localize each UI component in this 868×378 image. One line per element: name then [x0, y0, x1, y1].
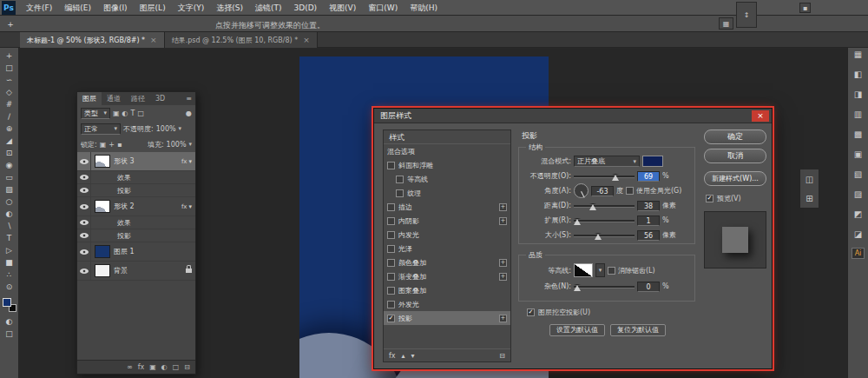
noise-slider[interactable] [574, 282, 635, 291]
checkbox[interactable] [387, 287, 395, 295]
distance-input[interactable]: 38 [637, 201, 660, 211]
foreground-color-swatch[interactable] [3, 298, 11, 307]
visibility-cell[interactable] [77, 216, 91, 229]
panel-menu-icon[interactable]: ≡ [182, 92, 195, 105]
checkbox[interactable] [396, 176, 404, 183]
style-item-inner-glow[interactable]: 内发光 [384, 228, 510, 242]
style-item-color-overlay[interactable]: 颜色叠加 + [384, 255, 510, 269]
adjustments-panel-collapsed-icon[interactable]: ◫ [803, 173, 817, 185]
crop-tool-icon[interactable]: # [0, 98, 19, 110]
add-instance-icon[interactable]: + [499, 217, 507, 225]
delete-style-icon[interactable]: ⊟ [499, 352, 505, 360]
path-selection-tool-icon[interactable]: ▷ [0, 244, 19, 256]
doc-tab-result[interactable]: 结果.psd @ 12.5% (图层 10, RGB/8) * × [165, 32, 318, 48]
menu-window[interactable]: 窗口(W) [362, 0, 404, 16]
visibility-cell[interactable] [77, 242, 91, 261]
contour-thumbnail[interactable] [574, 263, 593, 277]
screen-mode-icon[interactable]: □ [0, 328, 19, 340]
link-layers-icon[interactable]: ∞ [127, 363, 133, 371]
drop-shadow-label[interactable]: 投影 [95, 231, 131, 241]
panel-grid-icon[interactable]: ▦ [719, 17, 733, 30]
checkbox[interactable] [387, 301, 395, 308]
add-instance-icon[interactable]: + [499, 203, 507, 211]
style-item-gradient-overlay[interactable]: 渐变叠加 + [384, 269, 510, 283]
style-item-outer-glow[interactable]: 外发光 [384, 297, 510, 311]
menu-file[interactable]: 文件(F) [20, 0, 58, 16]
shadow-color-swatch[interactable] [642, 156, 663, 167]
eye-icon[interactable] [80, 188, 89, 193]
pen-tool-icon[interactable]: ∖ [0, 220, 19, 232]
layer-effects-icon[interactable]: fx [138, 363, 145, 371]
filter-shape-icon[interactable]: □ [137, 109, 144, 117]
eye-icon[interactable] [80, 159, 89, 164]
shadow-opacity-slider[interactable] [574, 172, 635, 181]
zoom-tool-icon[interactable]: ⊙ [0, 281, 19, 293]
shadow-opacity-input[interactable]: 69 [637, 171, 660, 182]
layer-thumbnail[interactable] [95, 245, 110, 258]
foreground-background-colors[interactable] [3, 298, 16, 312]
brush-tool-icon[interactable]: ◢ [0, 135, 19, 147]
shape-tool-icon[interactable]: ■ [0, 256, 19, 269]
chevron-down-icon[interactable]: ▾ [179, 125, 182, 132]
filter-pixel-icon[interactable]: ▣ [113, 109, 120, 117]
brushes-panel-icon[interactable]: ▨ [852, 188, 865, 200]
fill-value[interactable]: 100% [167, 141, 187, 149]
filter-type-select[interactable]: 类型 ▾ [81, 108, 110, 119]
style-item-inner-shadow[interactable]: 内阴影 + [384, 214, 510, 228]
opacity-value[interactable]: 100% [156, 125, 176, 133]
type-tool-icon[interactable]: T [0, 232, 19, 244]
drop-shadow-effect-row[interactable]: 投影 [77, 184, 195, 197]
close-icon[interactable]: × [752, 110, 769, 122]
libraries-panel-icon[interactable]: ▥ [852, 108, 865, 120]
quick-mask-icon[interactable]: ◐ [0, 315, 19, 328]
filter-toggle-icon[interactable]: ● [186, 109, 192, 117]
size-slider[interactable] [574, 231, 635, 240]
drop-shadow-label[interactable]: 投影 [95, 186, 131, 196]
menu-view[interactable]: 视图(V) [323, 0, 362, 16]
eye-icon[interactable] [80, 249, 89, 255]
healing-brush-tool-icon[interactable]: ⊕ [0, 123, 19, 135]
effects-row[interactable]: 效果 [77, 216, 195, 229]
drop-shadow-effect-row[interactable]: 投影 [77, 229, 195, 242]
info-panel-collapsed-icon[interactable]: ⊞ [803, 192, 817, 204]
eye-icon[interactable] [80, 269, 89, 274]
layer-row-shape3[interactable]: 形状 3 fx ▾ [77, 152, 195, 171]
move-down-icon[interactable]: ▾ [411, 352, 415, 360]
delete-layer-icon[interactable]: ⊟ [184, 363, 190, 371]
dialog-title-bar[interactable]: 图层样式 × [374, 109, 772, 123]
swatches-panel-icon[interactable]: ▦ [852, 48, 865, 60]
shadow-blend-mode-select[interactable]: 正片叠底 ▾ [574, 156, 640, 167]
tab-paths[interactable]: 路径 [126, 92, 150, 105]
size-input[interactable]: 56 [637, 230, 660, 241]
menu-help[interactable]: 帮助(H) [404, 0, 444, 16]
effects-label[interactable]: 效果 [95, 218, 131, 228]
move-up-icon[interactable]: ▴ [402, 352, 405, 360]
menu-image[interactable]: 图像(I) [97, 0, 134, 16]
checkbox[interactable] [387, 203, 395, 211]
menu-filter[interactable]: 滤镜(T) [249, 0, 288, 16]
checkbox[interactable] [387, 259, 395, 267]
filter-type-icon[interactable]: T [131, 109, 135, 117]
contour-picker-icon[interactable]: ▾ [595, 263, 605, 277]
quick-selection-tool-icon[interactable]: ◇ [0, 86, 19, 98]
style-item-blending-options[interactable]: 混合选项 [384, 144, 510, 158]
add-instance-icon[interactable]: + [499, 259, 507, 267]
layer-row-background[interactable]: 背景 [77, 262, 195, 281]
lock-transparency-icon[interactable]: ▣ [100, 141, 107, 149]
spread-slider[interactable] [574, 216, 635, 225]
set-default-button[interactable]: 设置为默认值 [549, 324, 605, 336]
add-instance-icon[interactable]: + [499, 315, 507, 322]
preview-checkbox[interactable]: ✓ [706, 195, 713, 202]
visibility-cell[interactable] [77, 171, 91, 183]
layer-fx-badge[interactable]: fx ▾ [181, 158, 192, 165]
eyedropper-tool-icon[interactable]: ∕ [0, 110, 19, 123]
style-item-satin[interactable]: 光泽 [384, 242, 510, 255]
eye-icon[interactable] [80, 175, 89, 180]
menu-layer[interactable]: 图层(L) [134, 0, 172, 16]
move-tool-icon[interactable]: + [0, 50, 19, 62]
eraser-tool-icon[interactable]: ▭ [0, 171, 19, 183]
global-light-checkbox[interactable] [626, 187, 634, 195]
blur-tool-icon[interactable]: ○ [0, 196, 19, 208]
photoshop-logo-icon[interactable]: Ps [2, 1, 16, 15]
visibility-cell[interactable] [77, 262, 91, 280]
